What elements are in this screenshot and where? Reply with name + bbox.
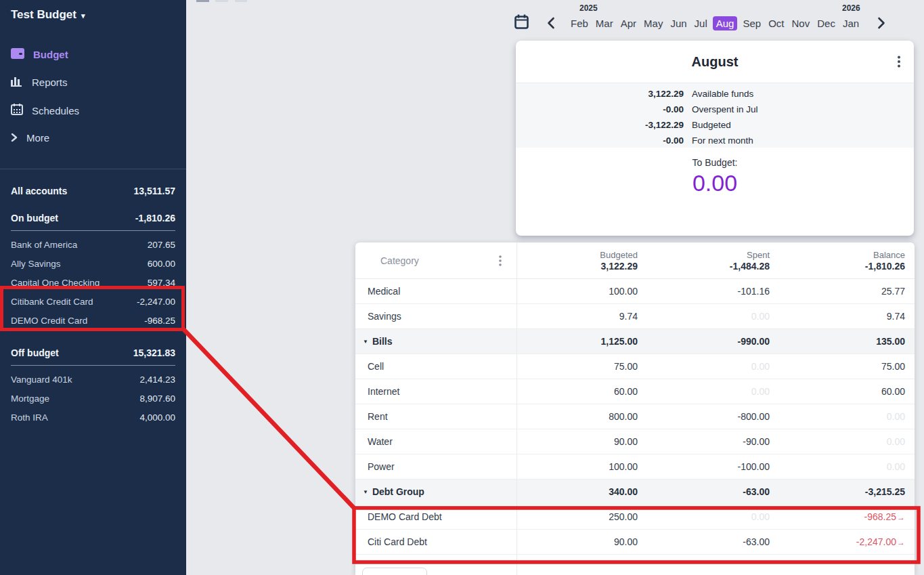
spent-column-header[interactable]: Spent -1,484.28 — [638, 249, 770, 272]
spent-cell[interactable]: -800.00 — [638, 411, 770, 422]
account-row-bank-of-america[interactable]: Bank of America 207.65 — [11, 235, 175, 254]
account-balance: -968.25 — [144, 316, 175, 326]
month-aug-selected[interactable]: Aug — [713, 16, 738, 30]
off-budget-label: Off budget — [11, 347, 59, 358]
funds-summary: 3,122.29 Available funds -0.00 Overspent… — [516, 83, 914, 148]
month-oct[interactable]: Oct — [768, 16, 784, 30]
budgeted-cell: 340.00 — [516, 486, 638, 497]
sidebar-item-label: Reports — [32, 77, 68, 88]
month-nov[interactable]: Nov — [792, 16, 810, 30]
category-row-internet[interactable]: Internet 60.00 0.00 60.00 — [355, 379, 915, 404]
account-row-vanguard-401k[interactable]: Vanguard 401k 2,414.23 — [11, 370, 175, 389]
spent-cell[interactable]: 0.00 — [638, 361, 770, 372]
month-may[interactable]: May — [644, 16, 663, 30]
budgeted-cell[interactable]: 250.00 — [516, 511, 638, 522]
sidebar-divider — [0, 169, 186, 169]
spent-cell[interactable]: 0.00 — [638, 511, 770, 522]
triangle-down-icon[interactable]: ▼ — [363, 489, 368, 495]
category-row-demo-card-debt[interactable]: DEMO Card Debt 250.00 0.00 -968.25→ — [355, 505, 915, 530]
category-row-medical[interactable]: Medical 100.00 -101.16 25.77 — [355, 279, 915, 304]
wallet-icon — [11, 48, 24, 61]
bar-chart-icon — [11, 76, 23, 89]
group-row-debt-group[interactable]: ▼ Debt Group 340.00 -63.00 -3,215.25 — [355, 480, 915, 505]
balance-cell[interactable]: 60.00 — [770, 386, 905, 397]
balance-cell[interactable]: 0.00 — [770, 461, 905, 472]
balance-cell[interactable]: 0.00 — [770, 411, 905, 422]
category-row-power[interactable]: Power 100.00 -100.00 0.00 — [355, 454, 915, 480]
category-row-rent[interactable]: Rent 800.00 -800.00 0.00 — [355, 404, 915, 429]
budgeted-column-header[interactable]: Budgeted 3,122.29 — [516, 249, 638, 272]
budgeted-total: 3,122.29 — [516, 261, 638, 272]
category-row-water[interactable]: Water 90.00 -90.00 0.00 — [355, 429, 915, 454]
balance-cell[interactable]: 9.74 — [770, 311, 905, 322]
balance-cell[interactable]: -968.25→ — [770, 511, 905, 522]
month-jul[interactable]: Jul — [695, 16, 707, 30]
spent-cell[interactable]: -100.00 — [638, 461, 770, 472]
add-group-button[interactable] — [362, 568, 427, 575]
spent-cell[interactable]: -101.16 — [638, 286, 770, 297]
next-month-button[interactable] — [877, 17, 885, 32]
overspent-amount: -0.00 — [516, 104, 684, 114]
budgeted-cell[interactable]: 90.00 — [516, 436, 638, 447]
all-accounts-label: All accounts — [11, 186, 67, 196]
month-jan[interactable]: Jan — [843, 16, 859, 30]
balance-cell[interactable]: 25.77 — [770, 286, 905, 297]
year-label-right: 2026 — [842, 3, 860, 13]
sidebar-item-label: Budget — [33, 49, 68, 60]
category-menu-kebab-icon[interactable] — [499, 255, 502, 269]
balance-value: -2,247.00 — [856, 536, 896, 547]
sidebar-item-budget[interactable]: Budget — [0, 41, 186, 68]
category-row-cell[interactable]: Cell 75.00 0.00 75.00 — [355, 354, 915, 379]
budgeted-cell[interactable]: 60.00 — [516, 386, 638, 397]
on-budget-row[interactable]: On budget -1,810.26 — [11, 206, 175, 229]
calendar-picker-button[interactable] — [514, 14, 529, 33]
chevron-right-icon — [11, 132, 18, 144]
triangle-down-icon[interactable]: ▼ — [363, 339, 368, 345]
sidebar-item-reports[interactable]: Reports — [0, 68, 186, 96]
budgeted-cell[interactable]: 90.00 — [516, 536, 638, 547]
spent-cell[interactable]: -90.00 — [638, 436, 770, 447]
account-row-demo-credit-card[interactable]: DEMO Credit Card -968.25 — [11, 311, 175, 330]
month-summary-card: August 3,122.29 Available funds -0.00 Ov… — [516, 41, 914, 236]
account-row-ally-savings[interactable]: Ally Savings 600.00 — [11, 254, 175, 273]
month-sep[interactable]: Sep — [743, 16, 761, 30]
budgeted-cell[interactable]: 75.00 — [516, 361, 638, 372]
month-menu-kebab-icon[interactable] — [898, 56, 900, 70]
month-dec[interactable]: Dec — [817, 16, 835, 30]
category-row-savings[interactable]: Savings 9.74 0.00 9.74 — [355, 304, 915, 329]
budgeted-amount: -3,122.29 — [516, 120, 684, 130]
budgeted-cell[interactable]: 9.74 — [516, 311, 638, 322]
budget-file-switcher[interactable]: Test Budget ▾ — [0, 0, 186, 22]
category-name: Rent — [368, 411, 388, 422]
sidebar-item-label: More — [26, 132, 49, 144]
to-budget-value[interactable]: 0.00 — [516, 170, 914, 196]
spent-cell[interactable]: 0.00 — [638, 386, 770, 397]
balance-cell[interactable]: -2,247.00→ — [770, 536, 905, 547]
all-accounts-row[interactable]: All accounts 13,511.57 — [11, 179, 175, 206]
month-jun[interactable]: Jun — [670, 16, 686, 30]
month-mar[interactable]: Mar — [596, 16, 613, 30]
balance-column-header[interactable]: Balance -1,810.26 — [770, 249, 905, 272]
spent-cell[interactable]: 0.00 — [638, 311, 770, 322]
month-feb[interactable]: Feb — [571, 16, 588, 30]
account-row-roth-ira[interactable]: Roth IRA 4,000.00 — [11, 408, 175, 427]
budgeted-cell[interactable]: 100.00 — [516, 286, 638, 297]
account-row-citibank-credit-card[interactable]: Citibank Credit Card -2,247.00 — [11, 292, 175, 311]
sidebar-item-more[interactable]: More — [0, 125, 186, 151]
category-name: Water — [368, 436, 393, 447]
spent-cell[interactable]: -63.00 — [638, 536, 770, 547]
balance-cell[interactable]: 0.00 — [770, 436, 905, 447]
account-balance: 597.34 — [148, 278, 175, 288]
category-row-citi-card-debt[interactable]: Citi Card Debt 90.00 -63.00 -2,247.00→ — [355, 530, 915, 555]
month-apr[interactable]: Apr — [621, 16, 636, 30]
off-budget-row[interactable]: Off budget 15,321.83 — [11, 341, 175, 364]
account-row-mortgage[interactable]: Mortgage 8,907.60 — [11, 389, 175, 408]
budgeted-cell[interactable]: 100.00 — [516, 461, 638, 472]
account-name: DEMO Credit Card — [11, 316, 87, 326]
previous-month-button[interactable] — [547, 17, 555, 32]
group-row-bills[interactable]: ▼ Bills 1,125.00 -990.00 135.00 — [355, 329, 915, 354]
budgeted-cell[interactable]: 800.00 — [516, 411, 638, 422]
sidebar-item-schedules[interactable]: Schedules — [0, 96, 186, 125]
account-row-capital-one-checking[interactable]: Capital One Checking 597.34 — [11, 273, 175, 292]
balance-cell[interactable]: 75.00 — [770, 361, 905, 372]
